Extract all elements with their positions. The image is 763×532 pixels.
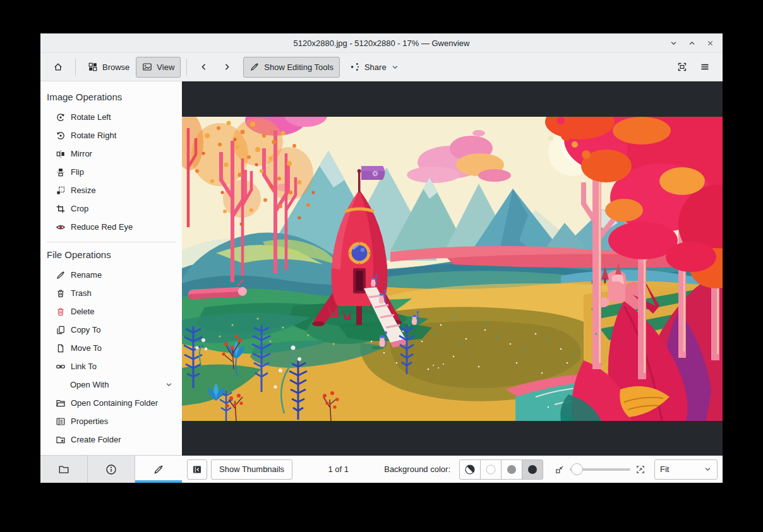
share-icon [350,62,360,72]
copy-icon [56,325,66,335]
resize-icon [56,186,66,196]
window-body: Image Operations Rotate Left Rotate Righ… [40,81,723,483]
folder-open-icon [56,398,66,408]
item-label: Flip [71,167,84,177]
back-button[interactable] [193,57,215,78]
sidebar-item-open-with[interactable]: Open With [40,375,182,394]
swatch-gray[interactable] [501,459,522,480]
item-label: Trash [71,288,92,298]
background-color-swatches [459,459,543,480]
show-editing-tools-label: Show Editing Tools [264,62,333,72]
chevron-left-icon [199,62,209,72]
image-operations-title: Image Operations [40,85,182,108]
sidebar-item-crop[interactable]: Crop [40,199,182,218]
home-icon [53,62,63,72]
sidebar-item-rotate-left[interactable]: Rotate Left [40,108,182,126]
swatch-auto[interactable] [459,459,481,480]
item-label: Delete [71,307,95,316]
zoom-mode-value: Fit [660,464,669,474]
image-viewer[interactable] [182,81,723,456]
maximize-icon[interactable] [688,39,696,47]
folder-new-icon [56,435,66,445]
item-label: Rotate Right [71,131,116,140]
tab-folders[interactable] [40,456,88,483]
pencil-icon [153,464,164,475]
show-thumbnails-button[interactable]: Show Thumbnails [211,459,292,480]
zoom-out-fit-icon[interactable] [555,464,565,475]
home-button[interactable] [47,57,69,78]
item-label: Mirror [71,149,92,158]
zoom-in-full-icon[interactable] [635,464,646,475]
sidebar-item-resize[interactable]: Resize [40,181,182,199]
crop-icon [56,204,66,214]
main-area: Show Thumbnails 1 of 1 Background color: [182,81,723,483]
item-label: Rotate Left [71,112,111,122]
window-controls [670,39,723,47]
share-label: Share [364,62,387,72]
sidebar-collapse-icon [192,464,202,475]
zoom-slider[interactable] [570,463,630,476]
view-photo-icon [142,62,152,72]
item-label: Create Folder [71,435,121,444]
sidebar-item-link-to[interactable]: Link To [40,357,182,375]
zoom-slider-handle[interactable] [571,463,583,475]
forward-button[interactable] [215,57,238,78]
titlebar[interactable]: 5120x2880.jpg - 5120x2880 - 17% — Gwenvi… [40,33,723,53]
operations-panel: Image Operations Rotate Left Rotate Righ… [40,81,182,455]
delete-icon [56,307,66,317]
close-icon[interactable] [706,39,714,47]
browse-button[interactable]: Browse [81,57,136,78]
viewer-image[interactable] [182,117,723,421]
hamburger-icon [700,62,710,72]
sidebar-item-rename[interactable]: Rename [40,266,182,284]
light-swatch-icon [485,464,496,475]
background-color-label: Background color: [384,464,450,474]
tab-operations[interactable] [135,456,182,483]
red-eye-icon [56,222,66,232]
sidebar-item-move-to[interactable]: Move To [40,339,182,357]
move-icon [56,343,66,353]
auto-swatch-icon [464,464,476,475]
minimize-icon[interactable] [670,39,678,47]
main-toolbar: Browse View Show Editing Tools Share [40,53,723,81]
hamburger-menu-button[interactable] [694,57,716,78]
chevron-down-icon [391,63,399,71]
browse-grid-icon [88,62,98,72]
swatch-dark[interactable] [522,459,543,480]
view-label: View [157,62,174,72]
item-label: Copy To [71,325,100,334]
view-button[interactable]: View [136,57,181,78]
sidebar-item-rotate-right[interactable]: Rotate Right [40,126,182,145]
link-icon [56,362,66,372]
sidebar-item-flip[interactable]: Flip [40,163,182,181]
properties-icon [56,417,66,427]
swatch-light[interactable] [480,459,502,480]
share-button[interactable]: Share [344,57,406,78]
zoom-mode-select[interactable]: Fit [654,459,718,480]
sidebar-item-delete[interactable]: Delete [40,302,182,321]
gray-swatch-icon [506,464,517,475]
item-label: Move To [71,343,102,353]
item-label: Rename [71,270,102,280]
sidebar-item-create-folder[interactable]: Create Folder [40,430,182,449]
toolbar-separator [186,59,187,76]
sidebar: Image Operations Rotate Left Rotate Righ… [40,81,182,483]
tab-information[interactable] [88,456,135,483]
chevron-right-icon [222,62,232,72]
sidebar-item-mirror[interactable]: Mirror [40,145,182,163]
sidebar-item-reduce-red-eye[interactable]: Reduce Red Eye [40,218,182,236]
show-editing-tools-button[interactable]: Show Editing Tools [243,57,340,78]
browse-label: Browse [102,62,129,72]
sidebar-item-properties[interactable]: Properties [40,412,182,430]
sidebar-item-copy-to[interactable]: Copy To [40,321,182,339]
sidebar-toggle-button[interactable] [187,459,207,480]
dark-swatch-icon [527,464,538,475]
sidebar-item-open-containing-folder[interactable]: Open Containing Folder [40,394,182,412]
folder-icon [58,464,69,475]
section-separator [47,242,176,242]
window-title: 5120x2880.jpg - 5120x2880 - 17% — Gwenvi… [40,38,723,48]
item-label: Resize [71,186,96,195]
fullscreen-button[interactable] [671,57,694,78]
rename-icon [56,270,66,280]
sidebar-item-trash[interactable]: Trash [40,284,182,302]
